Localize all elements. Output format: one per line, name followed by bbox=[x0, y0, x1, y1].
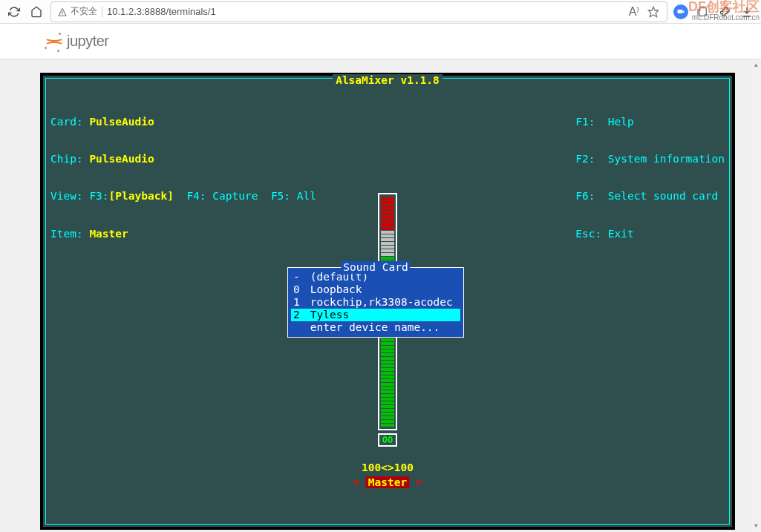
channel-label: < Master > bbox=[353, 476, 422, 489]
item-label: Item: bbox=[50, 228, 83, 240]
chip-value: PulseAudio bbox=[89, 153, 154, 165]
f2-val: System information bbox=[608, 153, 725, 165]
scroll-down-icon[interactable]: ▾ bbox=[751, 520, 761, 532]
esc-val: Exit bbox=[608, 228, 634, 240]
page-scrollbar[interactable]: ▴ ▾ bbox=[751, 59, 761, 532]
terminal-container[interactable]: AlsaMixer v1.1.8 Card: PulseAudio Chip: … bbox=[40, 73, 735, 530]
view-label: View: bbox=[50, 190, 83, 202]
favorite-icon[interactable] bbox=[646, 4, 661, 19]
sound-card-option[interactable]: enter device name... bbox=[291, 321, 460, 334]
level-readout: 100<>100 bbox=[362, 462, 414, 474]
home-icon[interactable] bbox=[28, 4, 45, 20]
svg-rect-1 bbox=[678, 10, 683, 13]
view-f3v: [Playback] bbox=[109, 190, 174, 202]
scroll-up-icon[interactable]: ▴ bbox=[751, 59, 761, 71]
arrow-right-icon: > bbox=[416, 476, 422, 488]
alsamixer-title: AlsaMixer v1.1.8 bbox=[333, 74, 442, 87]
card-value: PulseAudio bbox=[89, 116, 154, 128]
info-left: Card: PulseAudio Chip: PulseAudio View: … bbox=[50, 91, 316, 265]
sound-card-option[interactable]: 0 Loopback bbox=[291, 283, 460, 296]
sound-card-dialog[interactable]: Sound Card - (default)0 Loopback1 rockch… bbox=[287, 267, 464, 338]
address-bar[interactable]: 不安全 10.1.2.3:8888/terminals/1 A⁾ bbox=[50, 1, 667, 22]
f6-val: Select sound card bbox=[608, 190, 718, 202]
info-right: F1: Help F2: System information F6: Sele… bbox=[575, 91, 725, 265]
mute-indicator: OO bbox=[378, 433, 397, 447]
url-text[interactable]: 10.1.2.3:8888/terminals/1 bbox=[107, 6, 622, 17]
read-aloud-icon[interactable]: A⁾ bbox=[627, 4, 641, 19]
jupyter-wordmark: jupyter bbox=[67, 33, 109, 50]
arrow-left-icon: < bbox=[353, 476, 359, 488]
dialog-title: Sound Card bbox=[341, 261, 410, 274]
sound-card-option[interactable]: 2 Tyless bbox=[291, 309, 460, 321]
watermark-main: DF创客社区 bbox=[688, 0, 760, 14]
terminal[interactable]: AlsaMixer v1.1.8 Card: PulseAudio Chip: … bbox=[43, 76, 732, 527]
watermark-sub: mc.DFRobot.com.cn bbox=[688, 14, 760, 22]
channel-name: Master bbox=[366, 476, 409, 488]
browser-toolbar: 不安全 10.1.2.3:8888/terminals/1 A⁾ bbox=[0, 0, 761, 24]
svg-marker-0 bbox=[648, 7, 658, 16]
dialog-list[interactable]: - (default)0 Loopback1 rockchip,rk3308-a… bbox=[288, 268, 463, 337]
jupyter-icon bbox=[45, 33, 62, 50]
chip-label: Chip: bbox=[50, 153, 83, 165]
sound-card-option[interactable]: 1 rockchip,rk3308-acodec bbox=[291, 296, 460, 309]
f1-key: F1: bbox=[575, 116, 595, 128]
jupyter-logo[interactable]: jupyter bbox=[45, 33, 109, 50]
refresh-icon[interactable] bbox=[6, 4, 22, 20]
view-f4: F4: Capture bbox=[186, 190, 258, 202]
insecure-label: 不安全 bbox=[71, 5, 97, 18]
zoom-badge-icon[interactable] bbox=[673, 4, 688, 19]
f2-key: F2: bbox=[575, 153, 595, 165]
f1-val: Help bbox=[608, 116, 634, 128]
insecure-badge: 不安全 bbox=[57, 5, 97, 18]
separator bbox=[102, 6, 102, 18]
esc-key: Esc: bbox=[575, 228, 601, 240]
view-f5: F5: All bbox=[271, 190, 316, 202]
f6-key: F6: bbox=[575, 190, 595, 202]
jupyter-header: jupyter bbox=[0, 24, 761, 59]
view-f3k: F3: bbox=[89, 190, 108, 202]
card-label: Card: bbox=[50, 116, 83, 128]
item-value: Master bbox=[89, 228, 128, 240]
watermark: DF创客社区 mc.DFRobot.com.cn bbox=[688, 0, 760, 22]
